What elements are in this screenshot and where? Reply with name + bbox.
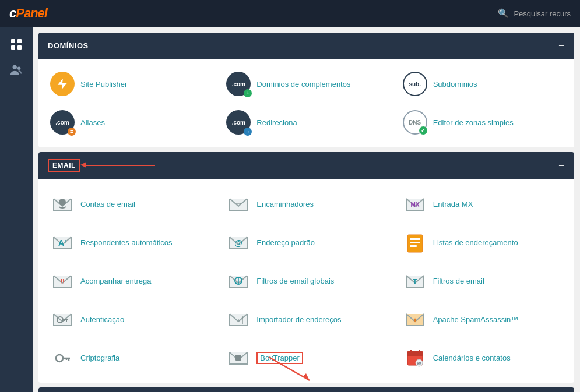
subdominios-icon: sub. bbox=[403, 72, 427, 96]
svg-text:→: → bbox=[234, 199, 242, 208]
grid-item-respondentes[interactable]: A ↑ Respondentes automáticos bbox=[43, 224, 217, 260]
grid-item-contas-email[interactable]: Contas de email bbox=[43, 186, 217, 222]
entrada-mx-icon: MX bbox=[403, 192, 427, 216]
grid-item-subdominios[interactable]: sub. Subdomínios bbox=[396, 66, 570, 102]
svg-text:@: @ bbox=[417, 361, 421, 365]
search-icon: 🔍 bbox=[498, 8, 509, 19]
redireciona-icon: .com → bbox=[226, 110, 251, 135]
grid-item-site-publisher[interactable]: Site Publisher bbox=[43, 66, 217, 102]
boxtrapper-icon bbox=[226, 345, 251, 370]
svg-text:↑: ↑ bbox=[64, 238, 67, 244]
email-grid: Contas de email → Encaminhadores bbox=[38, 179, 574, 383]
sidebar-item-users[interactable] bbox=[5, 58, 28, 82]
collapse-dominios-icon[interactable]: − bbox=[558, 40, 565, 52]
boxtrapper-label: BoxTrapper bbox=[256, 352, 303, 364]
grid-item-aliases[interactable]: .com = Aliases bbox=[43, 104, 217, 140]
svg-rect-0 bbox=[11, 39, 15, 43]
grid-item-spamassassin[interactable]: ✦ Apache SpamAssassin™ bbox=[396, 301, 570, 337]
collapse-email-icon[interactable]: − bbox=[558, 160, 565, 172]
autenticacao-label: Autenticação bbox=[80, 315, 124, 324]
arrow-head bbox=[80, 162, 86, 168]
section-title-dominios: DOMÍNIOS bbox=[48, 41, 89, 50]
acompanhar-label: Acompanhar entrega bbox=[80, 277, 151, 285]
encaminhadores-icon: → bbox=[226, 192, 251, 216]
section-header-dominios: DOMÍNIOS − bbox=[38, 33, 574, 59]
grid-item-encaminhadores[interactable]: → Encaminhadores bbox=[219, 186, 393, 222]
calendarios-label: Calendários e contatos bbox=[433, 354, 511, 362]
site-publisher-icon bbox=[50, 72, 75, 96]
grid-item-entrada-mx[interactable]: MX Entrada MX bbox=[396, 186, 570, 222]
svg-rect-2 bbox=[11, 45, 15, 50]
acompanhar-icon: !! bbox=[50, 269, 75, 293]
grid-item-importador[interactable]: →| Importador de endereços bbox=[219, 301, 393, 337]
filtros-email-label: Filtros de email bbox=[433, 277, 484, 285]
email-title-badge: EMAIL bbox=[48, 159, 80, 172]
section-dominios: DOMÍNIOS − Site Publisher .com bbox=[38, 33, 574, 147]
aliases-label: Aliases bbox=[80, 118, 105, 127]
top-nav-left: cPanel bbox=[9, 6, 47, 21]
svg-point-4 bbox=[13, 65, 17, 69]
check-badge: ✓ bbox=[419, 126, 427, 135]
grid-item-calendarios[interactable]: @ Calendários e contatos bbox=[396, 340, 570, 376]
sidebar-item-grid[interactable] bbox=[5, 33, 28, 56]
grid-item-redireciona[interactable]: .com → Redireciona bbox=[219, 104, 393, 140]
arrow-badge: → bbox=[244, 128, 252, 136]
equals-badge: = bbox=[68, 128, 76, 136]
svg-text:→|: →| bbox=[234, 315, 244, 324]
filtros-globais-icon bbox=[226, 269, 251, 293]
listas-label: Listas de endereçamento bbox=[433, 238, 518, 247]
listas-icon bbox=[403, 230, 427, 255]
criptografia-label: Criptografia bbox=[80, 354, 119, 362]
entrada-mx-label: Entrada MX bbox=[433, 200, 473, 209]
grid-item-autenticacao[interactable]: Autenticação bbox=[43, 301, 217, 337]
aliases-icon: .com = bbox=[50, 110, 75, 135]
spamassassin-label: Apache SpamAssassin™ bbox=[433, 315, 519, 324]
grid-item-listas[interactable]: Listas de endereçamento bbox=[396, 224, 570, 260]
grid-item-filtros-globais[interactable]: Filtros de email globais bbox=[219, 263, 393, 299]
svg-text:A: A bbox=[58, 238, 64, 248]
contas-email-icon bbox=[50, 192, 75, 216]
email-header-left: EMAIL bbox=[48, 159, 155, 172]
svg-text:MX: MX bbox=[410, 202, 419, 208]
calendarios-icon: @ bbox=[403, 345, 427, 370]
main-layout: DOMÍNIOS − Site Publisher .com bbox=[0, 27, 580, 392]
importador-label: Importador de endereços bbox=[256, 315, 341, 324]
subdominios-label: Subdomínios bbox=[433, 80, 477, 89]
filtros-email-icon: T bbox=[403, 269, 427, 293]
grid-item-acompanhar[interactable]: !! Acompanhar entrega bbox=[43, 263, 217, 299]
section-email: EMAIL − bbox=[38, 152, 574, 383]
email-arrow-annotation bbox=[85, 165, 155, 166]
grid-item-endereco-padrao[interactable]: @ Endereço padrão bbox=[219, 224, 393, 260]
editor-zonas-label: Editor de zonas simples bbox=[433, 118, 514, 127]
svg-marker-6 bbox=[58, 79, 68, 89]
section-header-metricas: MÉTRICAS − bbox=[38, 387, 574, 392]
endereco-padrao-icon: @ bbox=[226, 230, 251, 255]
spamassassin-icon: ✦ bbox=[403, 307, 427, 331]
grid-item-boxtrapper[interactable]: BoxTrapper bbox=[219, 340, 393, 376]
search-placeholder-text: Pesquisar recurs bbox=[514, 9, 571, 18]
svg-rect-31 bbox=[235, 355, 241, 361]
contas-email-label: Contas de email bbox=[80, 200, 135, 209]
svg-rect-1 bbox=[17, 39, 22, 43]
top-nav: cPanel 🔍 Pesquisar recurs bbox=[0, 0, 580, 27]
grid-item-filtros-email[interactable]: T Filtros de email bbox=[396, 263, 570, 299]
svg-text:@: @ bbox=[235, 238, 243, 248]
dominios-grid: Site Publisher .com + Domínios de comple… bbox=[38, 59, 574, 147]
section-header-email: EMAIL − bbox=[38, 152, 574, 179]
grid-item-criptografia[interactable]: Criptografia bbox=[43, 340, 217, 376]
editor-zonas-icon: DNS ✓ bbox=[403, 110, 427, 135]
grid-item-dominios-complementos[interactable]: .com + Domínios de complementos bbox=[219, 66, 393, 102]
section-metricas: MÉTRICAS − bbox=[38, 387, 574, 392]
respondentes-label: Respondentes automáticos bbox=[80, 238, 173, 247]
svg-rect-14 bbox=[410, 238, 420, 240]
svg-text:!!: !! bbox=[61, 278, 65, 286]
top-nav-right: 🔍 Pesquisar recurs bbox=[498, 8, 571, 19]
svg-text:T: T bbox=[413, 278, 417, 286]
svg-point-5 bbox=[17, 67, 21, 70]
importador-icon: →| bbox=[226, 307, 251, 331]
grid-item-editor-zonas[interactable]: DNS ✓ Editor de zonas simples bbox=[396, 104, 570, 140]
endereco-padrao-label: Endereço padrão bbox=[256, 238, 315, 247]
filtros-globais-label: Filtros de email globais bbox=[256, 277, 334, 285]
main-content: DOMÍNIOS − Site Publisher .com bbox=[33, 27, 580, 392]
svg-rect-15 bbox=[410, 242, 420, 243]
